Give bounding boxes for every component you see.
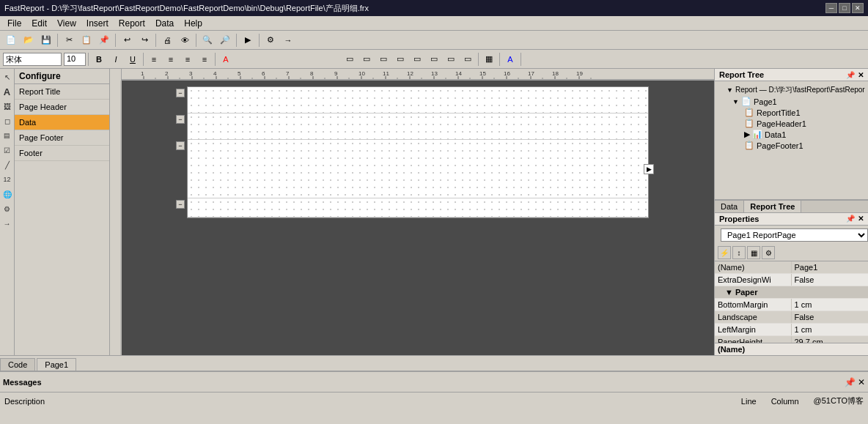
prop-close-button[interactable]: ✕ xyxy=(858,215,864,223)
section-page-footer[interactable]: Page Footer xyxy=(15,130,109,146)
prop-pin-button[interactable]: 📌 xyxy=(846,215,855,223)
tree-page1[interactable]: ▼ 📄 Page1 xyxy=(718,96,865,107)
menu-file[interactable]: File xyxy=(3,17,26,30)
prop-landscape-value[interactable]: False xyxy=(792,311,869,323)
messages-pin-icon[interactable]: 📌 xyxy=(845,377,856,387)
checkbox-tool[interactable]: ☑ xyxy=(1,144,14,157)
justify-button[interactable]: ≡ xyxy=(196,51,213,67)
tab-code[interactable]: Code xyxy=(0,358,35,371)
arrow-icon[interactable]: → xyxy=(1,217,14,230)
bold-button[interactable]: B xyxy=(91,51,107,67)
border-btn-7[interactable]: ▭ xyxy=(443,51,459,67)
paper-expand-icon[interactable]: ▼ xyxy=(725,288,733,297)
cursor-tool[interactable]: ↖ xyxy=(1,70,14,83)
minus-btn-4[interactable]: − xyxy=(176,200,185,209)
arrow-button[interactable]: → xyxy=(280,32,296,48)
menu-data[interactable]: Data xyxy=(151,17,178,30)
cut-button[interactable]: ✂ xyxy=(61,32,77,48)
section-page-header[interactable]: Page Header xyxy=(15,100,109,115)
minimize-button[interactable]: ─ xyxy=(825,3,837,13)
italic-button[interactable]: I xyxy=(108,51,124,67)
run-button[interactable]: ▶ xyxy=(240,32,256,48)
tree-page-header1[interactable]: 📋 PageHeader1 xyxy=(718,118,865,129)
line-tool[interactable]: ╱ xyxy=(1,158,14,171)
save-button[interactable]: 💾 xyxy=(38,32,54,48)
prop-object-selector[interactable]: Page1 ReportPage xyxy=(721,228,868,242)
tab-data[interactable]: Data xyxy=(715,201,744,212)
minus-btn-2[interactable]: − xyxy=(176,115,185,124)
menu-insert[interactable]: Insert xyxy=(82,17,113,30)
menu-help[interactable]: Help xyxy=(180,17,207,30)
preview-button[interactable]: 👁 xyxy=(177,32,193,48)
zoom-out-button[interactable]: 🔎 xyxy=(217,32,233,48)
prop-name-value[interactable]: Page1 xyxy=(792,261,869,273)
picture-tool[interactable]: 🖼 xyxy=(1,100,14,113)
redo-button[interactable]: ↪ xyxy=(136,32,152,48)
border-btn-6[interactable]: ▭ xyxy=(426,51,442,67)
align-right-button[interactable]: ≡ xyxy=(180,51,196,67)
text-tool[interactable]: A xyxy=(1,85,14,98)
root-expand-icon[interactable]: ▼ xyxy=(727,86,733,94)
grid-dots-4 xyxy=(188,198,648,217)
close-button[interactable]: ✕ xyxy=(852,3,864,13)
settings-button[interactable]: ⚙ xyxy=(262,32,279,48)
prop-paperheight-value[interactable]: 29.7 cm xyxy=(792,336,869,343)
underline-button[interactable]: U xyxy=(125,51,141,67)
canvas-area[interactable]: − − − ▶ xyxy=(122,81,714,355)
prop-bottommargin-value[interactable]: 1 cm xyxy=(792,299,869,310)
zoom-in-button[interactable]: 🔍 xyxy=(199,32,216,48)
grid-dots-3 xyxy=(188,140,648,198)
copy-button[interactable]: 📋 xyxy=(78,32,95,48)
svg-text:16: 16 xyxy=(504,70,510,77)
border-btn-1[interactable]: ▭ xyxy=(342,51,358,67)
paste-button[interactable]: 📌 xyxy=(96,32,112,48)
border-btn-3[interactable]: ▭ xyxy=(375,51,391,67)
section-data[interactable]: Data xyxy=(15,115,109,130)
new-button[interactable]: 📄 xyxy=(3,32,19,48)
tree-data1[interactable]: ▶ 📊 Data1 xyxy=(718,129,865,140)
tree-page-footer1[interactable]: 📋 PageFooter1 xyxy=(718,140,865,151)
tab-page1[interactable]: Page1 xyxy=(37,358,76,371)
section-report-title[interactable]: Report Title xyxy=(15,84,109,100)
font-size-selector[interactable]: 10 xyxy=(64,53,86,66)
prop-grid-btn[interactable]: ▦ xyxy=(747,246,760,259)
border-btn-2[interactable]: ▭ xyxy=(358,51,375,67)
font-selector[interactable]: 宋体 xyxy=(3,53,62,66)
tree-root[interactable]: ▼ Report — D:\学习\fastReport\FastRepor xyxy=(718,84,865,96)
border-btn-4[interactable]: ▭ xyxy=(392,51,408,67)
prop-category-btn[interactable]: ↕ xyxy=(732,246,746,259)
format-sep-5 xyxy=(499,53,500,66)
barcode-tool[interactable]: ▤ xyxy=(1,129,14,142)
menu-edit[interactable]: Edit xyxy=(27,17,51,30)
menu-view[interactable]: View xyxy=(53,17,81,30)
menu-report[interactable]: Report xyxy=(114,17,150,30)
undo-button[interactable]: ↩ xyxy=(119,32,135,48)
tree-pin-button[interactable]: 📌 xyxy=(846,71,855,79)
open-button[interactable]: 📂 xyxy=(21,32,37,48)
border-btn-8[interactable]: ▭ xyxy=(460,51,476,67)
shape-tool[interactable]: ◻ xyxy=(1,114,14,127)
prop-extradesign-value[interactable]: False xyxy=(792,274,869,286)
color-button[interactable]: A xyxy=(218,51,234,67)
prop-leftmargin-value[interactable]: 1 cm xyxy=(792,324,869,335)
text-color-btn[interactable]: A xyxy=(502,51,518,67)
print-button[interactable]: 🖨 xyxy=(159,32,175,48)
minus-btn-3[interactable]: − xyxy=(176,141,185,150)
align-left-button[interactable]: ≡ xyxy=(146,51,162,67)
messages-close-icon[interactable]: ✕ xyxy=(858,377,865,387)
tree-report-title1[interactable]: 📋 ReportTitle1 xyxy=(718,107,865,118)
settings-icon[interactable]: ⚙ xyxy=(1,202,14,215)
align-center-button[interactable]: ≡ xyxy=(163,51,179,67)
section-footer[interactable]: Footer xyxy=(15,146,109,161)
data1-expand-icon[interactable]: ▶ xyxy=(744,130,750,139)
prop-settings-btn[interactable]: ⚙ xyxy=(762,246,775,259)
resize-handle-data[interactable]: ▶ xyxy=(644,164,654,174)
fill-btn[interactable]: ▦ xyxy=(481,51,497,67)
maximize-button[interactable]: □ xyxy=(839,3,850,13)
prop-sort-btn[interactable]: ⚡ xyxy=(718,246,731,259)
tab-report-tree[interactable]: Report Tree xyxy=(744,201,801,212)
page1-expand-icon[interactable]: ▼ xyxy=(732,98,739,105)
tree-close-button[interactable]: ✕ xyxy=(858,71,864,79)
border-btn-5[interactable]: ▭ xyxy=(409,51,425,67)
minus-btn-1[interactable]: − xyxy=(176,89,185,97)
